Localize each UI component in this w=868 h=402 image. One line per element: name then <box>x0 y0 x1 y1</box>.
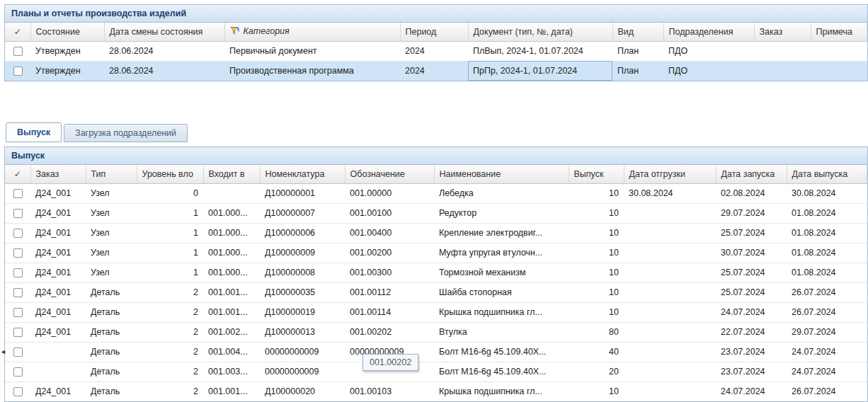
cell[interactable]: 10 <box>569 381 624 401</box>
cell[interactable]: 00000000009 <box>260 342 345 362</box>
table-row[interactable]: Д24_001Деталь2001.001...Д100000019001.00… <box>5 302 867 322</box>
cell[interactable]: 29.07.2024 <box>716 203 787 223</box>
cell[interactable]: 10 <box>569 302 624 322</box>
table-row[interactable]: Д24_001Узел1001.000...Д100000006001.0040… <box>5 223 867 243</box>
cell[interactable]: 001.001... <box>203 381 260 401</box>
cell[interactable] <box>624 362 716 381</box>
col-header-document[interactable]: Документ (тип, №, дата) <box>468 23 612 41</box>
row-checkbox-cell[interactable] <box>5 183 30 203</box>
col-header-note[interactable]: Примеча <box>811 23 867 41</box>
cell[interactable]: 001.004... <box>203 342 260 362</box>
table-row[interactable]: Д24_001Узел0Д100000001001.00000Лебедка10… <box>5 183 867 203</box>
cell[interactable]: 00000000009 <box>260 362 345 381</box>
row-checkbox[interactable] <box>13 288 23 297</box>
cell[interactable]: Узел <box>86 223 137 243</box>
cell[interactable]: 30.08.2024 <box>787 183 867 203</box>
cell[interactable]: 80 <box>569 322 624 342</box>
row-checkbox-cell[interactable] <box>5 263 30 282</box>
cell[interactable]: 0 <box>137 183 203 203</box>
row-checkbox-cell[interactable] <box>5 223 30 243</box>
cell[interactable]: 20 <box>569 362 624 381</box>
cell[interactable]: ПрПр, 2024-1, 01.07.2024 <box>468 61 612 81</box>
cell[interactable]: Д24_001 <box>30 302 86 322</box>
cell[interactable]: 10 <box>569 223 624 243</box>
col-header-release-date[interactable]: Дата выпуска <box>787 165 867 183</box>
table-row[interactable]: Д24_001Деталь2001.001...Д100000035001.00… <box>5 282 867 302</box>
cell[interactable]: Д24_001 <box>30 282 86 302</box>
cell[interactable]: 2 <box>137 381 203 401</box>
cell[interactable] <box>30 362 86 381</box>
table-row[interactable]: Деталь2001.004...0000000000900000000009Б… <box>5 342 867 362</box>
cell[interactable]: Крепление электродвиг... <box>434 223 569 243</box>
table-row[interactable]: Д24_001Деталь2001.002...Д100000013001.00… <box>5 322 867 342</box>
cell[interactable]: 001.00300 <box>345 263 434 282</box>
cell[interactable]: 24.07.2024 <box>716 381 787 401</box>
cell[interactable]: Д24_001 <box>30 243 86 263</box>
cell[interactable]: Узел <box>86 263 137 282</box>
cell[interactable]: Д24_001 <box>30 381 86 401</box>
cell[interactable]: 25.07.2024 <box>716 223 787 243</box>
cell[interactable]: Деталь <box>86 381 137 401</box>
cell[interactable]: Узел <box>86 183 137 203</box>
cell[interactable]: Деталь <box>86 302 137 322</box>
row-checkbox-cell[interactable] <box>5 243 30 263</box>
cell[interactable] <box>624 203 716 223</box>
cell[interactable]: 001.00202 <box>345 322 434 342</box>
table-row[interactable]: Д24_001Узел1001.000...Д100000007001.0010… <box>5 203 867 223</box>
table-row[interactable]: Утвержден28.06.2024Производственная прог… <box>5 61 867 81</box>
cell[interactable]: Д100000035 <box>260 282 345 302</box>
row-checkbox[interactable] <box>13 387 23 396</box>
row-checkbox[interactable] <box>13 367 23 377</box>
row-checkbox-cell[interactable] <box>5 203 30 223</box>
col-header-period[interactable]: Период <box>400 23 468 41</box>
cell[interactable]: 1 <box>137 263 203 282</box>
row-checkbox[interactable] <box>13 248 23 258</box>
cell[interactable]: Редуктор <box>434 203 569 223</box>
cell[interactable]: 26.07.2024 <box>787 381 867 401</box>
col-header-nesting-level[interactable]: Уровень вло <box>137 165 203 183</box>
cell[interactable]: Д100000006 <box>260 223 345 243</box>
cell[interactable]: Д24_001 <box>30 183 86 203</box>
cell[interactable]: 10 <box>569 263 624 282</box>
row-checkbox-cell[interactable] <box>5 41 30 61</box>
cell[interactable] <box>624 342 716 362</box>
row-checkbox[interactable] <box>13 189 23 198</box>
cell[interactable]: Болт М16-6g 45.109.40Х... <box>434 362 569 381</box>
col-header-division[interactable]: Подразделения <box>663 23 754 41</box>
cell[interactable]: 1 <box>137 203 203 223</box>
cell[interactable]: Тормозной механизм <box>434 263 569 282</box>
row-checkbox-cell[interactable] <box>5 282 30 302</box>
cell[interactable]: 001.003... <box>203 362 260 381</box>
cell[interactable]: Д100000001 <box>260 183 345 203</box>
row-checkbox-cell[interactable] <box>5 61 30 81</box>
cell[interactable]: 30.08.2024 <box>624 183 716 203</box>
row-checkbox-cell[interactable] <box>5 381 30 401</box>
cell[interactable]: 10 <box>569 183 624 203</box>
cell[interactable] <box>624 223 716 243</box>
cell[interactable]: 26.07.2024 <box>787 282 867 302</box>
col-header-shipment-date[interactable]: Дата отгрузки <box>624 165 716 183</box>
splitter-collapse-icon[interactable]: ◄ <box>0 345 6 358</box>
cell[interactable] <box>624 263 716 282</box>
col-header-category[interactable]: Категория <box>224 23 400 41</box>
col-header-type[interactable]: Тип <box>86 165 137 183</box>
cell[interactable] <box>30 342 86 362</box>
cell[interactable]: 1 <box>137 243 203 263</box>
cell[interactable]: Д24_001 <box>30 322 86 342</box>
cell[interactable]: Первичный документ <box>224 41 400 61</box>
table-row[interactable]: Д24_001Узел1001.000...Д100000009001.0020… <box>5 243 867 263</box>
row-checkbox-cell[interactable] <box>5 342 30 362</box>
cell[interactable]: Лебедка <box>434 183 569 203</box>
cell[interactable]: 2 <box>137 282 203 302</box>
cell[interactable]: 001.00400 <box>345 223 434 243</box>
cell[interactable]: 10 <box>569 203 624 223</box>
cell[interactable]: 2024 <box>400 41 468 61</box>
cell[interactable]: 10 <box>569 282 624 302</box>
cell[interactable] <box>754 61 811 81</box>
cell[interactable]: 29.07.2024 <box>787 322 867 342</box>
cell[interactable]: Производственная программа <box>224 61 400 81</box>
col-header-kind[interactable]: Вид <box>612 23 663 41</box>
cell[interactable] <box>754 41 811 61</box>
cell[interactable]: 001.001... <box>203 302 260 322</box>
cell[interactable]: Крышка подшипника гл... <box>434 381 569 401</box>
